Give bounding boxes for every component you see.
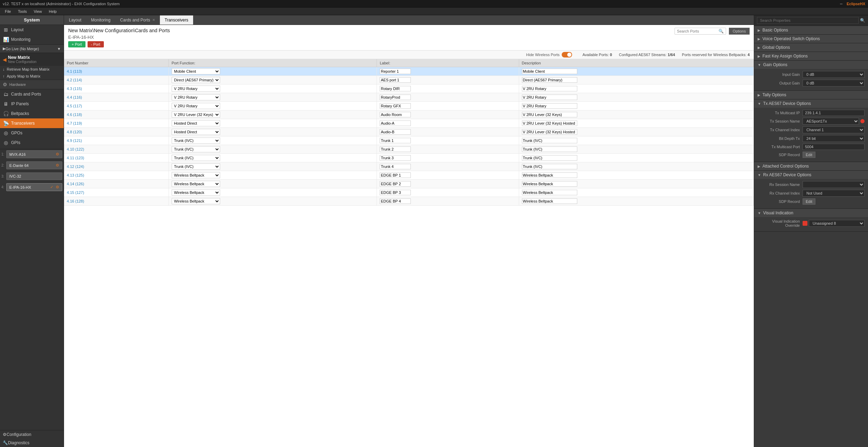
port-number-cell[interactable]: 4.5 (117) xyxy=(64,102,169,110)
port-number-cell[interactable]: 4.14 (126) xyxy=(64,180,169,188)
port-function-cell[interactable]: Trunk (IVC) xyxy=(169,162,377,171)
port-function-select[interactable]: Trunk (IVC) xyxy=(172,155,220,161)
port-function-select[interactable]: V 2RU Lever (32 Keys) xyxy=(172,111,220,118)
apply-map-button[interactable]: ↑ Apply Map to Matrix xyxy=(0,73,64,80)
port-number-link[interactable]: 4.8 (120) xyxy=(67,130,82,134)
port-description-cell[interactable] xyxy=(519,188,753,197)
sidebar-item-layout[interactable]: ⊞ Layout xyxy=(0,25,64,35)
search-ports-input[interactable] xyxy=(677,29,718,33)
menu-help[interactable]: Help xyxy=(45,9,60,14)
sidebar-item-ip-panels[interactable]: 🖥 IP Panels xyxy=(0,99,64,109)
prop-select-6-2[interactable]: Channel 1 xyxy=(803,126,865,133)
port-description-input[interactable] xyxy=(522,172,577,178)
port-function-select[interactable]: Trunk (IVC) xyxy=(172,137,220,144)
port-label-input[interactable] xyxy=(380,164,411,169)
tab-transceivers[interactable]: Transceivers xyxy=(160,15,193,25)
port-function-select[interactable]: Direct (AES67 Primary) xyxy=(172,77,220,83)
port-label-cell[interactable] xyxy=(377,119,519,128)
port-number-link[interactable]: 4.11 (123) xyxy=(67,156,84,160)
port-label-input[interactable] xyxy=(380,172,411,178)
port-label-input[interactable] xyxy=(380,190,411,195)
port-label-input[interactable] xyxy=(380,155,411,161)
prop-section-header-7[interactable]: ▶Attached Control Options xyxy=(754,162,868,170)
port-function-select[interactable]: Wireless Beltpack xyxy=(172,189,220,196)
port-number-cell[interactable]: 4.6 (118) xyxy=(64,110,169,119)
port-number-cell[interactable]: 4.9 (121) xyxy=(64,136,169,145)
card-slot-4[interactable]: 4: E-IPA-16-HX ✓ ⚙ xyxy=(0,182,64,192)
prop-section-header-1[interactable]: ▶Voice Operated Switch Options xyxy=(754,35,868,43)
port-number-link[interactable]: 4.14 (126) xyxy=(67,182,84,186)
port-label-input[interactable] xyxy=(380,112,411,117)
prop-input-6-4[interactable] xyxy=(803,144,865,150)
port-function-cell[interactable]: Hosted Direct xyxy=(169,128,377,136)
search-properties-input[interactable] xyxy=(757,17,859,24)
port-description-input[interactable] xyxy=(522,155,577,161)
port-function-select[interactable]: Wireless Beltpack xyxy=(172,181,220,187)
retrieve-map-button[interactable]: ↓ Retrieve Map from Matrix xyxy=(0,66,64,73)
port-number-link[interactable]: 4.16 (128) xyxy=(67,199,84,203)
minimize-btn[interactable]: – xyxy=(840,1,842,6)
sidebar-item-cards-ports[interactable]: 🗂 Cards and Ports xyxy=(0,89,64,99)
port-number-cell[interactable]: 4.11 (123) xyxy=(64,154,169,162)
prop-select-6-3[interactable]: 24 bit xyxy=(803,135,865,142)
port-label-input[interactable] xyxy=(380,198,411,204)
prop-section-header-9[interactable]: ▼Visual Indication xyxy=(754,209,868,217)
port-number-link[interactable]: 4.12 (124) xyxy=(67,164,84,169)
prop-edit-btn-6-5[interactable]: Edit xyxy=(803,152,815,158)
port-label-input[interactable] xyxy=(380,95,411,100)
port-number-cell[interactable]: 4.12 (124) xyxy=(64,162,169,171)
port-function-select[interactable]: Trunk (IVC) xyxy=(172,163,220,170)
port-description-input[interactable] xyxy=(522,164,577,169)
port-function-select[interactable]: Hosted Direct xyxy=(172,120,220,126)
port-description-cell[interactable] xyxy=(519,76,753,84)
menu-tools[interactable]: Tools xyxy=(15,9,30,14)
port-number-link[interactable]: 4.1 (113) xyxy=(67,69,82,73)
prop-select-8-0[interactable] xyxy=(803,181,865,188)
wireless-toggle[interactable] xyxy=(562,52,572,57)
slot-3-button[interactable]: IVC-32 xyxy=(6,172,62,180)
port-function-cell[interactable]: Trunk (IVC) xyxy=(169,145,377,154)
menu-view[interactable]: View xyxy=(30,9,45,14)
port-number-link[interactable]: 4.9 (121) xyxy=(67,138,82,143)
port-description-input[interactable] xyxy=(522,77,577,83)
port-label-cell[interactable] xyxy=(377,162,519,171)
port-description-input[interactable] xyxy=(522,112,577,117)
port-number-cell[interactable]: 4.1 (113) xyxy=(64,67,169,76)
prop-section-header-3[interactable]: ▶Fast Key Assign Options xyxy=(754,52,868,60)
prop-color-select-9-0[interactable]: Unassigned 8 xyxy=(809,220,865,227)
prop-edit-btn-8-2[interactable]: Edit xyxy=(803,198,815,205)
port-number-link[interactable]: 4.7 (119) xyxy=(67,121,82,125)
port-label-input[interactable] xyxy=(380,69,411,74)
port-label-input[interactable] xyxy=(380,129,411,135)
port-label-cell[interactable] xyxy=(377,197,519,206)
port-function-cell[interactable]: Mobile Client xyxy=(169,67,377,76)
port-function-cell[interactable]: V 2RU Rotary xyxy=(169,102,377,110)
port-label-cell[interactable] xyxy=(377,110,519,119)
port-function-select[interactable]: Mobile Client xyxy=(172,68,220,74)
port-description-input[interactable] xyxy=(522,95,577,100)
port-number-cell[interactable]: 4.15 (127) xyxy=(64,188,169,197)
port-function-select[interactable]: V 2RU Rotary xyxy=(172,103,220,109)
port-label-cell[interactable] xyxy=(377,67,519,76)
port-number-cell[interactable]: 4.4 (116) xyxy=(64,93,169,102)
port-label-cell[interactable] xyxy=(377,93,519,102)
port-label-input[interactable] xyxy=(380,181,411,187)
prop-select-4-0[interactable]: 0 dB xyxy=(803,71,865,78)
port-function-cell[interactable]: Trunk (IVC) xyxy=(169,136,377,145)
port-description-cell[interactable] xyxy=(519,197,753,206)
slot-4-gear[interactable]: ⚙ xyxy=(56,185,59,189)
port-description-input[interactable] xyxy=(522,190,577,195)
sidebar-item-gpis[interactable]: ◎ GPIs xyxy=(0,138,64,147)
port-description-cell[interactable] xyxy=(519,145,753,154)
port-label-cell[interactable] xyxy=(377,76,519,84)
port-function-select[interactable]: Hosted Direct xyxy=(172,129,220,135)
prop-section-header-5[interactable]: ▶Tally Options xyxy=(754,91,868,99)
port-number-link[interactable]: 4.10 (122) xyxy=(67,147,84,151)
port-description-input[interactable] xyxy=(522,181,577,187)
port-label-cell[interactable] xyxy=(377,128,519,136)
slot-2-button[interactable]: E-Dante 64 ⚙ xyxy=(6,161,62,169)
port-description-input[interactable] xyxy=(522,138,577,143)
slot-1-gear[interactable]: ⚙ xyxy=(56,152,59,157)
add-port-button[interactable]: + Port xyxy=(68,41,85,47)
port-description-cell[interactable] xyxy=(519,93,753,102)
